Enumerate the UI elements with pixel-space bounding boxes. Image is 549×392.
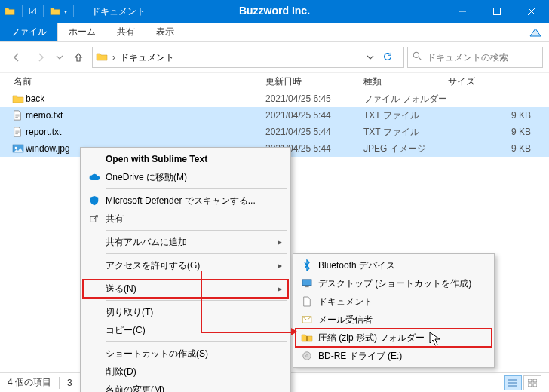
col-type[interactable]: 種類	[363, 75, 448, 88]
file-row[interactable]: report.txt 2021/04/25 5:44 TXT ファイル 9 KB	[0, 124, 549, 140]
file-name: report.txt	[26, 127, 265, 137]
file-date: 2021/04/25 5:44	[265, 110, 363, 121]
svg-rect-13	[528, 384, 532, 387]
minimize-button[interactable]	[445, 0, 480, 23]
submenu-arrow-icon: ▸	[278, 283, 282, 294]
forward-button[interactable]	[30, 47, 51, 68]
help-icon[interactable]	[522, 23, 549, 41]
folder-icon[interactable]	[50, 6, 60, 17]
cursor-icon	[429, 332, 441, 349]
file-type: TXT ファイル	[363, 109, 448, 122]
sendto-zip[interactable]: 圧縮 (zip 形式) フォルダー	[296, 329, 492, 347]
ctx-copy[interactable]: コピー(C)	[83, 321, 288, 339]
ctx-shared-album[interactable]: 共有アルバムに追加▸	[83, 233, 288, 251]
ctx-share[interactable]: 共有	[83, 210, 288, 228]
file-type: JPEG イメージ	[363, 142, 448, 155]
address-bar[interactable]: › ドキュメント	[92, 47, 404, 68]
sendto-desktop[interactable]: デスクトップ (ショートカットを作成)	[296, 274, 492, 292]
details-view-button[interactable]	[504, 375, 522, 390]
back-button[interactable]	[6, 47, 27, 68]
col-name[interactable]: 名前	[0, 75, 265, 88]
file-row[interactable]: back 2021/04/25 6:45 ファイル フォルダー	[0, 90, 549, 107]
svg-rect-19	[306, 336, 308, 341]
column-headers: 名前 更新日時 種類 サイズ	[0, 72, 549, 90]
folder-icon	[96, 51, 108, 64]
ctx-delete[interactable]: 削除(D)	[83, 363, 288, 381]
svg-point-4	[413, 52, 419, 57]
svg-rect-12	[533, 379, 537, 382]
share-icon	[87, 213, 101, 224]
sendto-submenu: Bluetooth デバイス デスクトップ (ショートカットを作成) ドキュメン…	[293, 253, 495, 368]
ctx-onedrive[interactable]: OneDrive に移動(M)	[83, 168, 288, 186]
col-date[interactable]: 更新日時	[265, 75, 363, 88]
qat-dropdown-icon[interactable]: ▾	[64, 8, 67, 15]
cloud-icon	[87, 173, 101, 182]
shield-icon	[87, 195, 101, 206]
file-date: 2021/04/25 5:44	[265, 127, 363, 137]
text-file-icon	[12, 110, 26, 121]
file-row[interactable]: memo.txt 2021/04/25 5:44 TXT ファイル 9 KB	[0, 107, 549, 124]
nav-row: › ドキュメント	[0, 42, 549, 72]
folder-icon	[5, 6, 15, 17]
mail-icon	[300, 316, 314, 323]
view-tab[interactable]: 表示	[146, 23, 185, 41]
ctx-create-shortcut[interactable]: ショートカットの作成(S)	[83, 345, 288, 363]
icons-view-button[interactable]	[523, 375, 541, 390]
search-box[interactable]	[407, 47, 543, 68]
maximize-button[interactable]	[480, 0, 514, 23]
share-tab[interactable]: 共有	[106, 23, 146, 41]
file-tab[interactable]: ファイル	[0, 23, 57, 41]
ctx-cut[interactable]: 切り取り(T)	[83, 303, 288, 321]
disc-drive-icon	[300, 351, 314, 361]
zip-folder-icon	[300, 332, 314, 343]
home-tab[interactable]: ホーム	[57, 23, 106, 41]
sendto-documents[interactable]: ドキュメント	[296, 292, 492, 311]
qat-checkbox-icon[interactable]: ☑	[29, 6, 37, 17]
sendto-mail[interactable]: メール受信者	[296, 311, 492, 329]
file-name: memo.txt	[26, 110, 265, 121]
file-size: 9 KB	[448, 143, 549, 154]
sendto-bluetooth[interactable]: Bluetooth デバイス	[296, 256, 492, 274]
svg-rect-15	[90, 216, 96, 222]
refresh-button[interactable]	[382, 51, 400, 64]
desktop-icon	[300, 279, 314, 288]
ribbon-tabs: ファイル ホーム 共有 表示	[0, 23, 549, 42]
file-name: back	[26, 93, 265, 104]
svg-rect-1	[494, 8, 501, 15]
documents-icon	[300, 296, 314, 307]
ctx-grant-access[interactable]: アクセスを許可する(G)▸	[83, 256, 288, 274]
item-count: 4 個の項目	[8, 376, 51, 389]
svg-line-5	[419, 57, 421, 60]
window-title: ドキュメント	[91, 5, 146, 18]
svg-point-7	[15, 147, 17, 149]
folder-icon	[12, 93, 26, 104]
bluetooth-icon	[300, 259, 314, 271]
ctx-rename[interactable]: 名前の変更(M)	[83, 381, 288, 392]
recent-dropdown[interactable]	[54, 47, 65, 68]
col-size[interactable]: サイズ	[448, 75, 549, 88]
chevron-right-icon[interactable]: ›	[112, 52, 115, 63]
address-dropdown[interactable]	[363, 54, 378, 61]
file-date: 2021/04/25 6:45	[265, 93, 363, 104]
close-button[interactable]	[514, 0, 549, 23]
svg-rect-11	[528, 379, 532, 382]
search-input[interactable]	[427, 52, 538, 63]
file-type: ファイル フォルダー	[363, 93, 448, 106]
ctx-defender[interactable]: Microsoft Defender でスキャンする...	[83, 191, 288, 210]
submenu-arrow-icon: ▸	[278, 237, 282, 247]
search-icon	[413, 51, 422, 63]
annotation-arrow	[201, 271, 202, 332]
brand-label: Buzzword Inc.	[239, 5, 310, 17]
ctx-send-to[interactable]: 送る(N)▸	[83, 280, 288, 298]
context-menu: Open with Sublime Text OneDrive に移動(M) M…	[80, 147, 291, 392]
image-file-icon	[12, 143, 26, 154]
address-folder[interactable]: ドキュメント	[120, 51, 174, 64]
titlebar: ☑ ▾ ドキュメント Buzzword Inc.	[0, 0, 549, 23]
svg-rect-16	[302, 280, 311, 286]
ctx-open-sublime[interactable]: Open with Sublime Text	[83, 150, 288, 168]
selected-count: 3	[67, 378, 72, 388]
up-button[interactable]	[68, 47, 89, 68]
sendto-bdre[interactable]: BD-RE ドライブ (E:)	[296, 347, 492, 365]
file-type: TXT ファイル	[363, 126, 448, 139]
file-size: 9 KB	[448, 110, 549, 121]
